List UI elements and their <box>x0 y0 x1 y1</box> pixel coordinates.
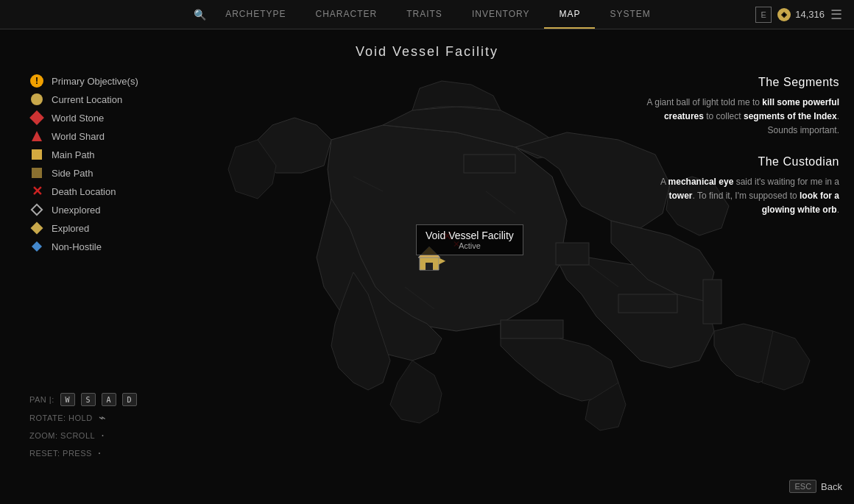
legend-label-current: Current Location <box>52 94 122 105</box>
current-location-icon <box>29 92 44 107</box>
esc-key: ESC <box>789 480 816 493</box>
nav-items: ARCHETYPE CHARACTER TRAITS INVENTORY MAP… <box>211 0 666 29</box>
unexplored-icon <box>29 202 44 217</box>
non-hostile-icon <box>29 239 44 254</box>
panel-section-custodian: The Custodian A mechanical eye said it's… <box>633 153 839 218</box>
world-shard-icon <box>29 129 44 143</box>
legend-label-world-stone: World Stone <box>52 113 104 124</box>
legend: ! Primary Objective(s) Current Location … <box>29 74 138 254</box>
legend-label-objective: Primary Objective(s) <box>52 76 138 87</box>
mouse-icon-zoom: · <box>101 429 105 442</box>
location-popup: Void Vessel Facility Active <box>416 224 523 255</box>
control-pan: PAN |: W S A D <box>29 393 137 406</box>
popup-status: Active <box>426 241 514 250</box>
legend-item-non-hostile: Non-Hostile <box>29 239 138 254</box>
key-a: A <box>102 393 116 406</box>
mouse-icon-rotate: ⌁ <box>99 411 107 425</box>
legend-item-death: ✕ Death Location <box>29 184 138 199</box>
panel-title-segments: The Segments <box>633 74 839 91</box>
explored-icon <box>29 221 44 235</box>
control-reset: RESET: PRESS · <box>29 447 137 460</box>
map-area: Void Vessel Facility ! Primary Objective… <box>0 29 854 504</box>
legend-label-unexplored: Unexplored <box>52 205 101 216</box>
death-location-icon: ✕ <box>29 184 44 199</box>
legend-label-main-path: Main Path <box>52 149 95 160</box>
legend-label-world-shard: World Shard <box>52 131 105 142</box>
svg-rect-28 <box>426 263 433 270</box>
nav-system[interactable]: SYSTEM <box>595 0 665 29</box>
svg-rect-14 <box>556 243 589 265</box>
top-navigation: 🔍 ARCHETYPE CHARACTER TRAITS INVENTORY M… <box>0 0 854 29</box>
popup-name: Void Vessel Facility <box>426 230 514 241</box>
back-label: Back <box>821 481 842 492</box>
legend-item-unexplored: Unexplored <box>29 202 138 217</box>
back-button[interactable]: ESC Back <box>789 480 842 493</box>
legend-label-explored: Explored <box>52 223 89 234</box>
nav-right-section: E ◈ 14,316 ☰ <box>755 7 842 23</box>
rotate-label: ROTATE: HOLD <box>29 414 93 422</box>
nav-map[interactable]: MAP <box>544 0 595 29</box>
side-path-icon <box>29 166 44 180</box>
objective-icon: ! <box>29 74 44 88</box>
map-title: Void Vessel Facility <box>356 44 498 60</box>
currency-display: ◈ 14,316 <box>777 8 825 21</box>
search-button[interactable]: 🔍 <box>188 9 211 21</box>
control-rotate: ROTATE: HOLD ⌁ <box>29 411 137 425</box>
control-zoom: ZOOM: SCROLL · <box>29 429 137 442</box>
panel-title-custodian: The Custodian <box>633 153 839 171</box>
nav-traits[interactable]: TRAITS <box>392 0 457 29</box>
mouse-icon-reset: · <box>98 447 102 460</box>
legend-item-world-shard: World Shard <box>29 129 138 143</box>
svg-rect-15 <box>618 294 677 313</box>
zoom-label: ZOOM: SCROLL <box>29 431 95 440</box>
menu-icon[interactable]: ☰ <box>830 7 842 23</box>
legend-label-death: Death Location <box>52 186 116 197</box>
key-d: D <box>122 393 137 406</box>
nav-inventory[interactable]: INVENTORY <box>457 0 545 29</box>
e-button[interactable]: E <box>755 7 772 23</box>
key-s: S <box>81 393 96 406</box>
currency-icon: ◈ <box>777 8 791 21</box>
pan-label: PAN |: <box>29 395 54 404</box>
legend-item-side-path: Side Path <box>29 166 138 180</box>
legend-item-explored: Explored <box>29 221 138 235</box>
legend-item-current: Current Location <box>29 92 138 107</box>
world-stone-icon <box>29 110 44 125</box>
svg-rect-13 <box>464 155 515 173</box>
legend-label-non-hostile: Non-Hostile <box>52 241 102 252</box>
main-path-icon <box>29 147 44 162</box>
panel-section-segments: The Segments A giant ball of light told … <box>633 74 839 138</box>
currency-value: 14,316 <box>795 9 825 20</box>
panel-text-custodian: A mechanical eye said it's waiting for m… <box>633 175 839 218</box>
panel-text-segments: A giant ball of light told me to kill so… <box>633 96 839 138</box>
svg-rect-17 <box>703 280 721 324</box>
legend-item-objective: ! Primary Objective(s) <box>29 74 138 88</box>
nav-archetype[interactable]: ARCHETYPE <box>211 0 300 29</box>
legend-item-world-stone: World Stone <box>29 110 138 125</box>
bottom-controls: PAN |: W S A D ROTATE: HOLD ⌁ ZOOM: SCRO… <box>29 393 137 460</box>
location-arrow: ▶ <box>439 255 445 266</box>
key-w: W <box>60 393 75 406</box>
svg-rect-16 <box>501 320 563 338</box>
legend-label-side-path: Side Path <box>52 168 93 179</box>
legend-item-main-path: Main Path <box>29 147 138 162</box>
nav-character[interactable]: CHARACTER <box>301 0 392 29</box>
right-panel: The Segments A giant ball of light told … <box>633 74 839 232</box>
reset-label: RESET: PRESS <box>29 449 92 458</box>
